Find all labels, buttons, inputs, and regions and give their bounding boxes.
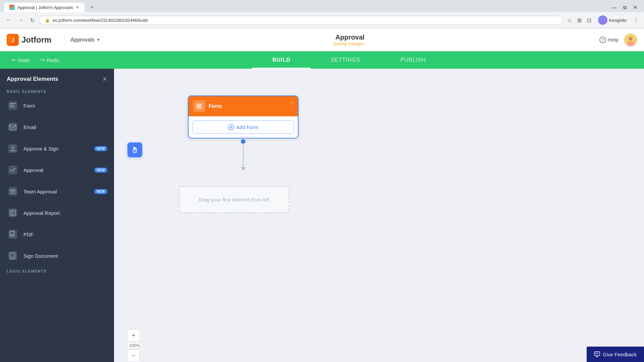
app-header: J Jotform Approvals ▼ Approval Saving ch… [0, 28, 644, 51]
email-item-icon [7, 121, 19, 133]
new-tab-button[interactable]: + [87, 3, 97, 12]
sidebar-item-pdf[interactable]: PDF PDF [0, 224, 114, 245]
connector-line [243, 144, 244, 167]
sidebar: Approval Elements ✕ BASIC ELEMENTS Form … [0, 69, 114, 362]
email-item-label: Email [23, 124, 107, 130]
refresh-button[interactable]: ↻ [28, 16, 37, 25]
browser-tab[interactable]: Approval | Jotform Approvals ✕ [4, 3, 85, 12]
sidebar-item-email[interactable]: Email [0, 116, 114, 138]
redo-button[interactable]: ↪ Redo [37, 55, 62, 65]
svg-text:PDF: PDF [10, 234, 14, 236]
sign-document-item-icon [7, 250, 19, 262]
undo-label: Undo [18, 57, 30, 63]
form-node-body: Add Form [189, 116, 298, 138]
svg-rect-11 [10, 103, 16, 104]
redo-icon: ↪ [41, 57, 45, 63]
approvals-chevron-icon: ▼ [97, 38, 101, 42]
browser-menu-icon[interactable]: ⋮ [632, 16, 640, 25]
layout-icon[interactable]: ⊡ [586, 16, 593, 25]
svg-point-8 [629, 38, 630, 39]
maximize-button[interactable]: ⧉ [621, 3, 629, 12]
undo-button[interactable]: ↩ Undo [8, 55, 33, 65]
node-connector [241, 138, 246, 171]
approval-badge: NEW [94, 168, 107, 173]
help-icon: ? [599, 37, 606, 43]
approve-sign-item-label: Approve & Sign [23, 146, 90, 152]
jotform-logo-text: Jotform [21, 35, 51, 45]
sidebar-item-approval-report[interactable]: Approval Report [0, 202, 114, 224]
tab-settings[interactable]: SETTINGS [311, 51, 380, 69]
form-node[interactable]: Form ⋯ Add Form [188, 96, 299, 138]
form-node-title: Form [209, 103, 293, 109]
bookmark-icon[interactable]: ☆ [566, 16, 573, 25]
minimize-button[interactable]: — [609, 3, 619, 11]
tab-publish[interactable]: PUBLISH [380, 51, 446, 69]
toolbar-tabs: BUILD SETTINGS PUBLISH [62, 51, 636, 69]
svg-rect-24 [11, 212, 14, 212]
sidebar-close-button[interactable]: ✕ [102, 75, 107, 83]
give-feedback-label: Give Feedback [603, 352, 637, 357]
svg-rect-39 [594, 352, 600, 356]
tab-build[interactable]: BUILD [252, 51, 311, 69]
sidebar-header: Approval Elements ✕ [0, 69, 114, 87]
svg-point-9 [631, 38, 632, 39]
tab-title: Approval | Jotform Approvals [17, 5, 73, 10]
pan-tool-button[interactable] [127, 142, 142, 157]
hand-icon [131, 146, 139, 154]
sidebar-title: Approval Elements [7, 76, 58, 82]
canvas-area: Form ⋯ Add Form Drag your first elemen [114, 69, 644, 362]
approve-sign-item-icon [7, 142, 19, 155]
address-bar[interactable]: 🔒 eu.jotform.com/workflow/23140229019244… [39, 16, 563, 25]
svg-text:J: J [11, 37, 14, 44]
basic-elements-label: BASIC ELEMENTS [0, 87, 114, 95]
svg-rect-25 [11, 213, 13, 214]
tab-close-icon[interactable]: ✕ [76, 5, 79, 10]
sidebar-item-team-approval[interactable]: Team Approval NEW [0, 181, 114, 202]
header-title-area: Approval Saving changes.. [100, 34, 599, 46]
jotform-logo-icon: J [7, 34, 19, 46]
add-form-button[interactable]: Add Form [193, 120, 294, 134]
svg-rect-18 [8, 166, 17, 174]
extensions-icon[interactable]: ⊞ [576, 16, 583, 25]
incognito-button[interactable]: Incognito [595, 15, 629, 25]
svg-rect-33 [197, 105, 202, 105]
svg-rect-16 [8, 144, 17, 153]
give-feedback-button[interactable]: Give Feedback [587, 347, 644, 362]
form-node-icon [193, 100, 205, 112]
zoom-level: 100% [127, 342, 140, 349]
sidebar-item-sign-document[interactable]: Sign Document [0, 245, 114, 266]
team-approval-item-icon [7, 185, 19, 197]
sidebar-item-approve-sign[interactable]: Approve & Sign NEW [0, 138, 114, 159]
undo-icon: ↩ [11, 57, 16, 63]
close-button[interactable]: ✕ [631, 3, 640, 11]
zoom-in-button[interactable]: + [127, 329, 140, 342]
main-layout: Approval Elements ✕ BASIC ELEMENTS Form … [0, 69, 644, 362]
logo-area: J Jotform [7, 34, 51, 46]
pdf-item-label: PDF [23, 232, 107, 237]
form-node-card: Form ⋯ Add Form [188, 96, 299, 138]
logic-elements-label: LOGIC ELEMENTS [0, 266, 114, 275]
forward-button[interactable]: → [16, 16, 25, 24]
svg-rect-13 [10, 107, 15, 107]
user-avatar[interactable] [624, 33, 637, 47]
lock-icon: 🔒 [45, 18, 50, 22]
form-node-menu-icon[interactable]: ⋯ [289, 100, 294, 106]
svg-rect-26 [11, 214, 14, 215]
help-button[interactable]: ? Help [599, 37, 619, 43]
zoom-out-button[interactable]: − [127, 350, 140, 362]
add-form-label: Add Form [236, 124, 258, 130]
svg-rect-34 [197, 106, 200, 107]
sidebar-item-form[interactable]: Form [0, 95, 114, 116]
pdf-item-icon: PDF [7, 228, 19, 240]
tab-favicon [9, 5, 15, 10]
form-node-header: Form ⋯ [189, 96, 298, 116]
approvals-dropdown-button[interactable]: Approvals ▼ [70, 37, 100, 43]
back-button[interactable]: ← [4, 16, 13, 24]
approvals-label: Approvals [70, 37, 94, 43]
svg-rect-19 [8, 187, 17, 196]
connector-arrow [241, 167, 246, 171]
sidebar-item-approval[interactable]: Approval NEW [0, 159, 114, 181]
header-right: ? Help [599, 33, 637, 47]
zoom-controls: + 100% − [127, 329, 140, 362]
approval-item-icon [7, 164, 19, 176]
